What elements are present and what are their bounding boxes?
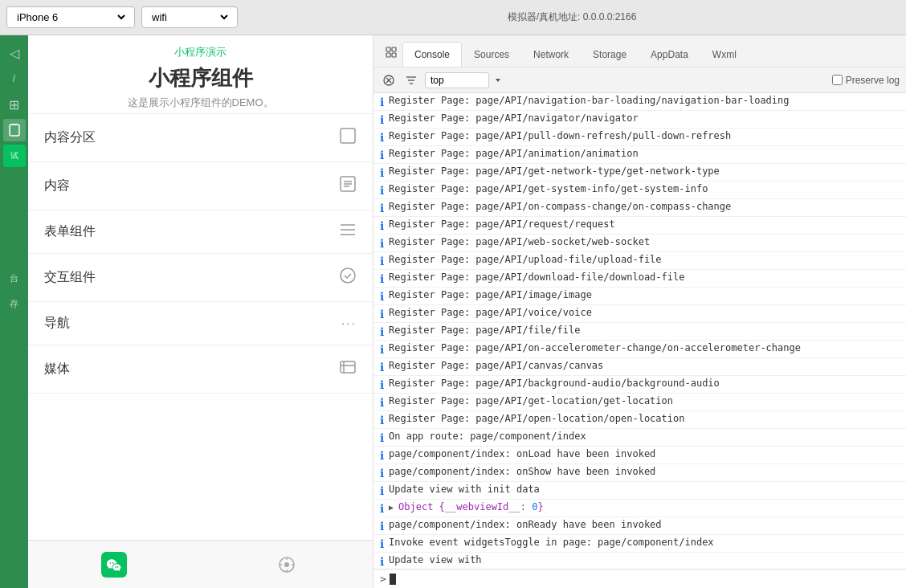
tab-sources[interactable]: Sources (462, 42, 521, 67)
console-text: Register Page: page/API/navigator/naviga… (389, 112, 900, 124)
main-layout: ◁ / ⊞ 试 台 存 小程序演示 小程序组件 这是展示小程序组件的DEMO。 … (0, 35, 906, 588)
menu-label-nav: 导航 (44, 315, 70, 332)
menu-label-media: 媒体 (44, 361, 70, 378)
console-text: Register Page: page/API/file/file (389, 325, 900, 336)
list-item[interactable]: 表单组件 (28, 210, 373, 254)
svg-rect-1 (12, 124, 17, 125)
filter-button[interactable] (402, 71, 420, 89)
console-text: Update view with (389, 554, 900, 566)
list-item[interactable]: 媒体 (28, 345, 373, 394)
phone-bottom-bar (28, 540, 373, 588)
tab-console[interactable]: Console (402, 42, 462, 67)
console-line: ℹ Update view with init data (373, 482, 906, 500)
console-line: ℹ page/component/index: onReady have bee… (373, 517, 906, 535)
info-icon: ℹ (380, 113, 384, 126)
info-icon: ℹ (380, 361, 384, 374)
devtools-panel: Console Sources Network Storage AppData … (373, 35, 906, 588)
console-text: On app route: page/component/index (389, 431, 900, 442)
phone-menu: 内容分区 内容 (28, 114, 373, 540)
dropdown-arrow-icon (494, 76, 502, 84)
preserve-log-option[interactable]: Preserve log (832, 75, 900, 86)
svg-rect-11 (341, 361, 355, 373)
preserve-log-checkbox[interactable] (832, 75, 843, 85)
sidebar-icon-slash[interactable]: / (3, 67, 26, 90)
info-icon: ℹ (380, 325, 384, 338)
url-display: 模拟器/真机地址: 0.0.0.0:2166 (244, 10, 900, 24)
tab-icon[interactable] (380, 39, 402, 67)
info-icon: ℹ (380, 237, 384, 250)
console-text: Register Page: page/API/download-file/do… (389, 272, 900, 283)
console-text: Register Page: page/API/get-network-type… (389, 165, 900, 177)
sidebar-icon-test[interactable]: 试 (3, 145, 26, 167)
filter-input[interactable] (425, 72, 489, 88)
console-text: page/component/index: onShow have been i… (389, 466, 900, 477)
list-item[interactable]: 交互组件 (28, 254, 373, 302)
console-text: Register Page: page/API/web-socket/web-s… (389, 236, 900, 247)
console-line: ℹ Register Page: page/API/background-aud… (373, 376, 906, 394)
console-line: ℹ Register Page: page/API/get-network-ty… (373, 164, 906, 182)
console-line: ℹ Register Page: page/API/request/reques… (373, 217, 906, 235)
clear-console-button[interactable] (380, 71, 398, 89)
menu-label-form: 表单组件 (44, 223, 96, 240)
console-line: ℹ Register Page: page/API/upload-file/up… (373, 252, 906, 270)
list-item[interactable]: 内容 (28, 162, 373, 210)
console-text: Register Page: page/API/get-system-info/… (389, 183, 900, 194)
console-line: ℹ ▶ Object {__webviewId__: 0} (373, 500, 906, 517)
list-item[interactable]: 内容分区 (28, 114, 373, 162)
device-selector[interactable]: iPhone 6 iPhone 5 iPhone 7 (6, 6, 135, 28)
console-line: ℹ Register Page: page/API/pull-down-refr… (373, 129, 906, 146)
menu-icon (339, 223, 357, 240)
phone-header-desc: 这是展示小程序组件的DEMO。 (41, 96, 360, 110)
console-text: Register Page: page/API/on-compass-chang… (389, 201, 900, 212)
console-line: ℹ On app route: page/component/index (373, 429, 906, 447)
console-line: ℹ Register Page: page/API/image/image (373, 288, 906, 305)
menu-label-interact: 交互组件 (44, 269, 96, 286)
info-icon: ℹ (380, 290, 384, 303)
console-text: Invoke event widgetsToggle in page: page… (389, 537, 900, 548)
console-text: Register Page: page/API/pull-down-refres… (389, 130, 900, 141)
tab-network[interactable]: Network (521, 42, 581, 67)
sidebar-icon-code[interactable]: 台 (3, 267, 26, 289)
svg-rect-23 (392, 53, 396, 57)
sidebar-icon-save[interactable]: 存 (3, 292, 26, 315)
console-line: ℹ Register Page: page/API/voice/voice (373, 305, 906, 323)
console-text: page/component/index: onLoad have been i… (389, 448, 900, 459)
phone-header-title: 小程序组件 (41, 64, 360, 92)
console-line: ℹ Register Page: page/API/navigation-bar… (373, 93, 906, 111)
tab-wxml[interactable]: Wxml (700, 42, 749, 67)
info-icon: ℹ (380, 272, 384, 285)
device-select-input[interactable]: iPhone 6 iPhone 5 iPhone 7 (14, 10, 128, 24)
info-icon: ℹ (380, 431, 384, 444)
discover-button[interactable] (274, 552, 300, 578)
info-icon: ℹ (380, 537, 384, 550)
info-icon: ℹ (380, 414, 384, 427)
tab-appdata[interactable]: AppData (639, 42, 700, 67)
console-line: ℹ Register Page: page/API/canvas/canvas (373, 358, 906, 376)
wechat-button[interactable] (101, 552, 127, 578)
sidebar-icon-back[interactable]: ◁ (3, 42, 26, 64)
list-item[interactable]: 导航 ··· (28, 302, 373, 345)
tab-storage[interactable]: Storage (581, 42, 639, 67)
info-icon: ℹ (380, 308, 384, 321)
network-select-input[interactable]: wifi 4G 3G (149, 10, 231, 24)
console-text: Register Page: page/API/upload-file/uplo… (389, 254, 900, 265)
info-icon: ℹ (380, 555, 384, 568)
console-text: Register Page: page/API/request/request (389, 218, 900, 230)
console-line: ℹ Register Page: page/API/open-location/… (373, 411, 906, 429)
expand-arrow-icon[interactable]: ▶ (389, 503, 394, 512)
info-icon: ℹ (380, 396, 384, 409)
console-text: Register Page: page/API/navigation-bar-l… (389, 95, 900, 106)
info-icon: ℹ (380, 166, 384, 179)
console-prompt: > (380, 573, 386, 585)
console-input-line: > (373, 569, 906, 588)
info-icon: ℹ (380, 96, 384, 108)
network-selector[interactable]: wifi 4G 3G (141, 6, 238, 28)
sidebar-icon-phone[interactable] (3, 119, 26, 141)
svg-rect-0 (10, 125, 19, 136)
sidebar-icon-grid[interactable]: ⊞ (3, 93, 26, 116)
console-line: ℹ Register Page: page/API/web-socket/web… (373, 235, 906, 252)
console-line: ℹ page/component/index: onLoad have been… (373, 447, 906, 464)
info-icon: ℹ (380, 131, 384, 144)
console-text: page/component/index: onReady have been … (389, 519, 900, 530)
svg-marker-30 (496, 79, 500, 82)
